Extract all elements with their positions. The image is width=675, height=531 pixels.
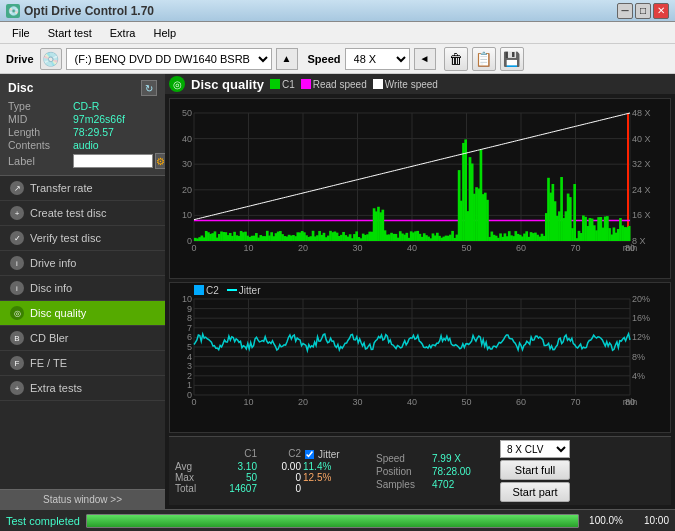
drive-icon: 💿 [40, 48, 62, 70]
disc-quality-header: ◎ Disc quality C1 Read speed Write speed [165, 74, 675, 94]
nav-label-extra: Extra tests [30, 382, 82, 394]
window-controls: ─ □ ✕ [617, 3, 669, 19]
max-c1-val: 50 [215, 472, 257, 483]
speed-clv-select[interactable]: 8 X CLV 4 X CLV 16 X CLV 32 X CLV 48 X C… [500, 440, 570, 458]
avg-c2-val: 0.00 [259, 461, 301, 472]
legend-c2: C2 [194, 285, 219, 296]
disc-refresh-button[interactable]: ↻ [141, 80, 157, 96]
samples-val: 4702 [432, 479, 482, 490]
jitter-checkbox[interactable] [305, 450, 315, 460]
close-button[interactable]: ✕ [653, 3, 669, 19]
nav-drive-info[interactable]: i Drive info [0, 251, 165, 276]
menu-help[interactable]: Help [145, 25, 184, 41]
total-jitter-empty [303, 483, 358, 494]
nav-icon-bler: B [10, 331, 24, 345]
total-c2-val: 0 [259, 483, 301, 494]
legend-jitter-label: Jitter [239, 285, 261, 296]
maximize-button[interactable]: □ [635, 3, 651, 19]
svg-rect-2 [373, 79, 383, 89]
minimize-button[interactable]: ─ [617, 3, 633, 19]
total-c1-val: 14607 [215, 483, 257, 494]
nav-label-disc: Disc info [30, 282, 72, 294]
nav-icon-create: + [10, 206, 24, 220]
position-val: 78:28.00 [432, 466, 482, 477]
disc-contents-val: audio [73, 139, 99, 151]
menu-file[interactable]: File [4, 25, 38, 41]
svg-rect-0 [270, 79, 280, 89]
disc-type-val: CD-R [73, 100, 99, 112]
samples-row: Samples 4702 [376, 479, 482, 490]
drive-label: Drive [6, 53, 34, 65]
upper-chart-canvas [170, 99, 660, 259]
legend-read-label: Read speed [313, 79, 367, 90]
disc-mid-key: MID [8, 113, 73, 125]
sidebar: Disc ↻ Type CD-R MID 97m26s66f Length 78… [0, 74, 165, 509]
disc-type-key: Type [8, 100, 73, 112]
nav-icon-drive: i [10, 256, 24, 270]
save-button[interactable]: 💾 [500, 47, 524, 71]
title-bar-left: 💿 Opti Drive Control 1.70 [6, 4, 154, 18]
content-area: ◎ Disc quality C1 Read speed Write speed [165, 74, 675, 509]
col-c2-header: C2 [259, 448, 301, 461]
progress-bar [86, 514, 579, 528]
progress-percentage: 100.0% [585, 515, 623, 526]
nav-verify-test-disc[interactable]: ✓ Verify test disc [0, 226, 165, 251]
progress-bar-fill [87, 515, 578, 527]
legend-jitter: Jitter [227, 285, 261, 296]
upper-chart-wrapper [169, 98, 671, 279]
samples-label: Samples [376, 479, 428, 490]
nav-extra-tests[interactable]: + Extra tests [0, 376, 165, 401]
status-window-button[interactable]: Status window >> [0, 489, 165, 509]
total-label: Total [175, 483, 213, 494]
jitter-checkbox-group: Jitter [303, 448, 358, 461]
nav-label-create: Create test disc [30, 207, 106, 219]
nav-label-bler: CD Bler [30, 332, 69, 344]
speed-select[interactable]: 48 X 32 X 16 X 8 X [345, 48, 410, 70]
speed-stat-val: 7.99 X [432, 453, 482, 464]
charts-section: C2 Jitter C1 C2 J [165, 94, 675, 509]
jitter-checkbox-label: Jitter [318, 449, 340, 460]
nav-create-test-disc[interactable]: + Create test disc [0, 201, 165, 226]
disc-mid-val: 97m26s66f [73, 113, 125, 125]
erase-button[interactable]: 🗑 [444, 47, 468, 71]
nav-fe-te[interactable]: F FE / TE [0, 351, 165, 376]
right-stats: Speed 7.99 X Position 78:28.00 Samples 4… [376, 453, 482, 490]
nav-icon-transfer: ↗ [10, 181, 24, 195]
start-full-button[interactable]: Start full [500, 460, 570, 480]
svg-rect-1 [301, 79, 311, 89]
copy-button[interactable]: 📋 [472, 47, 496, 71]
drive-select[interactable]: (F:) BENQ DVD DD DW1640 BSRB [66, 48, 272, 70]
drive-eject-button[interactable]: ▲ [276, 48, 298, 70]
lower-chart-canvas [170, 283, 660, 413]
progress-time: 10:00 [629, 515, 669, 526]
avg-jitter-val: 11.4% [303, 461, 358, 472]
nav-icon-quality: ◎ [10, 306, 24, 320]
sidebar-nav: ↗ Transfer rate + Create test disc ✓ Ver… [0, 176, 165, 489]
legend-read-speed: Read speed [301, 79, 367, 90]
speed-arrow-button[interactable]: ◄ [414, 48, 436, 70]
nav-icon-fete: F [10, 356, 24, 370]
disc-label-key: Label [8, 155, 73, 167]
legend-c1: C1 [270, 79, 295, 90]
disc-quality-title: Disc quality [191, 77, 264, 92]
nav-disc-quality[interactable]: ◎ Disc quality [0, 301, 165, 326]
disc-type-row: Type CD-R [8, 100, 157, 112]
menu-start-test[interactable]: Start test [40, 25, 100, 41]
stats-area: C1 C2 Jitter Avg 3.10 0.00 11.4% Max 50 … [169, 436, 671, 505]
legend-c2-label: C2 [206, 285, 219, 296]
nav-disc-info[interactable]: i Disc info [0, 276, 165, 301]
menu-extra[interactable]: Extra [102, 25, 144, 41]
lower-chart-wrapper: C2 Jitter [169, 282, 671, 433]
disc-label-input[interactable] [73, 154, 153, 168]
max-label: Max [175, 472, 213, 483]
nav-cd-bler[interactable]: B CD Bler [0, 326, 165, 351]
drive-bar: Drive 💿 (F:) BENQ DVD DD DW1640 BSRB ▲ S… [0, 44, 675, 74]
status-bar: Test completed 100.0% 10:00 [0, 509, 675, 531]
start-part-button[interactable]: Start part [500, 482, 570, 502]
nav-transfer-rate[interactable]: ↗ Transfer rate [0, 176, 165, 201]
svg-rect-4 [227, 289, 237, 291]
nav-label-verify: Verify test disc [30, 232, 101, 244]
speed-row: Speed 7.99 X [376, 453, 482, 464]
disc-panel-header: Disc ↻ [8, 80, 157, 96]
disc-panel-title: Disc [8, 81, 33, 95]
